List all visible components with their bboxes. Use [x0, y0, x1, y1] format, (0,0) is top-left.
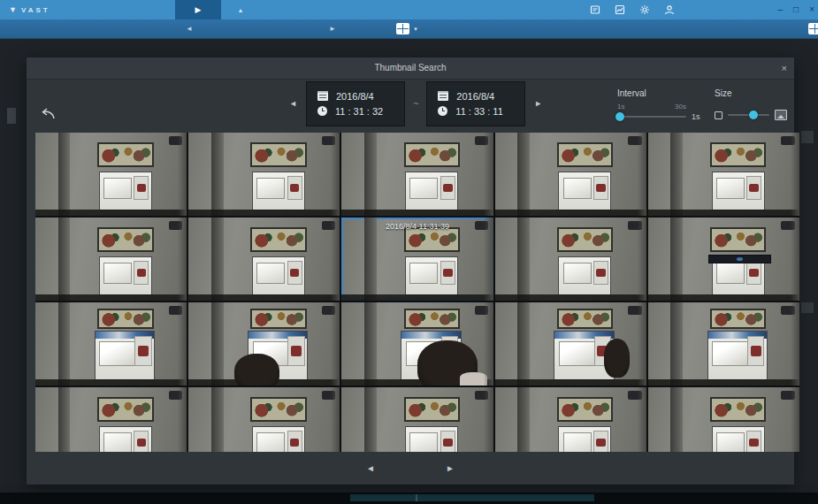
small-image-icon [715, 111, 722, 119]
toolbar-back-icon[interactable]: ◄ [186, 19, 193, 39]
person-silhouette [604, 339, 630, 377]
timeline-segment[interactable] [350, 494, 594, 501]
calendar-icon [317, 91, 328, 101]
close-dialog-button[interactable]: × [782, 57, 787, 79]
person-silhouette [234, 354, 279, 386]
thumbnail-tile[interactable] [341, 302, 493, 386]
grid-layout-icon [808, 23, 818, 34]
dialog-title: Thumbnail Search [27, 57, 794, 79]
interval-label: Interval [617, 88, 709, 98]
thumbnail-tile[interactable] [495, 302, 646, 386]
toolbar: ◄ ► ▼ [0, 19, 818, 39]
interval-ticks: 1s 30s [617, 103, 686, 111]
maximize-button[interactable]: □ [793, 0, 799, 19]
range-separator: ~ [413, 98, 418, 109]
background-band [0, 485, 818, 493]
interval-value: 1s [692, 112, 700, 121]
tab-liveview[interactable]: ▶ [175, 0, 221, 19]
end-date-value: 2016/8/4 [456, 91, 494, 102]
thumbnail-grid: 2016/8/4 11:31:39 [35, 133, 799, 452]
size-control: Size [715, 88, 787, 120]
background-fragment [801, 131, 814, 143]
thumbnail-tile[interactable] [188, 387, 340, 452]
titlebar-icon-group [590, 0, 675, 19]
thumbnail-tile[interactable] [648, 387, 799, 452]
chevron-down-icon: ▼ [413, 27, 418, 32]
tab-secondary[interactable]: ▲ [223, 0, 258, 19]
return-arrow-icon [41, 108, 57, 119]
thumbnail-tile[interactable] [495, 387, 646, 452]
vast-logo-icon: ▼ [9, 5, 17, 14]
thumbnail-tile[interactable] [648, 133, 799, 216]
thumbnail-tile[interactable] [188, 218, 340, 301]
thumbnail-tile[interactable] [35, 133, 187, 216]
start-date-value: 2016/8/4 [336, 91, 374, 102]
return-button[interactable] [41, 107, 58, 121]
person-shoulder [460, 372, 487, 386]
thumbnail-timestamp: 2016/8/4 11:31:39 [341, 222, 493, 231]
interval-slider[interactable] [617, 112, 686, 121]
thumbnail-tile[interactable] [188, 302, 340, 386]
thumbnail-search-dialog: Thumbnail Search × ◄ 2016/8/4 11 : 31 : … [27, 57, 794, 485]
thumbnail-tile[interactable] [495, 218, 646, 301]
background-fragment [801, 302, 814, 313]
user-icon[interactable] [664, 4, 675, 15]
window-controls: – □ × [778, 0, 814, 19]
settings-gear-icon[interactable] [639, 4, 650, 15]
device-bar [708, 255, 770, 263]
thumbnail-tile[interactable] [188, 133, 340, 216]
thumbnail-tile[interactable] [35, 387, 187, 452]
start-datetime-picker[interactable]: 2016/8/4 11 : 31 : 32 [306, 81, 405, 126]
start-time-row: 11 : 31 : 32 [317, 106, 404, 117]
toolbar-forward-icon[interactable]: ► [329, 19, 336, 39]
clock-icon [438, 106, 447, 116]
range-next-button[interactable]: ► [533, 99, 543, 108]
large-image-icon [775, 110, 787, 120]
interval-slider-thumb[interactable] [615, 112, 624, 121]
app-logo: ▼ VAST [9, 0, 50, 19]
size-slider-thumb[interactable] [749, 111, 758, 119]
event-chart-icon[interactable] [615, 4, 625, 15]
grid-layout-icon [396, 23, 409, 34]
close-window-button[interactable]: × [809, 0, 814, 19]
app-name: VAST [21, 6, 50, 14]
page-prev-button[interactable]: ◄ [366, 463, 375, 473]
thumbnail-tile[interactable] [341, 387, 493, 452]
end-time-row: 11 : 33 : 11 [438, 106, 524, 117]
play-tab-icon: ▶ [195, 5, 202, 14]
interval-control: Interval 1s 30s 1s [617, 88, 709, 121]
layout-grid-button-partial[interactable] [808, 23, 818, 34]
end-datetime-picker[interactable]: 2016/8/4 11 : 33 : 11 [426, 81, 525, 126]
end-time-value: 11 : 33 : 11 [455, 106, 502, 117]
timeline-cursor[interactable] [416, 494, 417, 501]
pagination: ◄ ► [27, 452, 794, 485]
start-time-value: 11 : 31 : 32 [335, 106, 383, 117]
titlebar: ▼ VAST ▶ ▲ – □ × [0, 0, 818, 19]
alarm-panel-icon[interactable] [590, 4, 600, 15]
calendar-icon [438, 91, 448, 101]
layout-grid-button[interactable]: ▼ [396, 23, 418, 34]
thumbnail-tile[interactable] [341, 133, 493, 216]
size-label: Size [715, 88, 787, 98]
interval-max-label: 30s [675, 103, 686, 111]
thumbnail-tile[interactable]: 2016/8/4 11:31:39 [341, 218, 493, 301]
page-next-button[interactable]: ► [446, 463, 455, 473]
thumbnail-tile[interactable] [35, 302, 187, 386]
minimize-button[interactable]: – [778, 0, 784, 19]
secondary-tab-icon: ▲ [238, 7, 244, 13]
interval-min-label: 1s [617, 103, 624, 111]
end-date-row: 2016/8/4 [438, 91, 524, 102]
start-date-row: 2016/8/4 [317, 91, 404, 102]
thumbnail-tile[interactable] [648, 218, 799, 301]
background-fragment [7, 108, 16, 124]
size-slider[interactable] [728, 111, 769, 119]
dialog-header: Thumbnail Search × [27, 57, 794, 80]
time-range-controls: ◄ 2016/8/4 11 : 31 : 32 ~ 2016/8/4 11 : … [288, 80, 543, 126]
interval-slider-track[interactable] [617, 116, 686, 118]
thumbnail-tile[interactable] [648, 302, 799, 386]
clock-icon [317, 106, 327, 116]
thumbnail-tile[interactable] [495, 133, 646, 216]
range-prev-button[interactable]: ◄ [288, 99, 298, 108]
thumbnail-tile[interactable] [35, 218, 187, 301]
